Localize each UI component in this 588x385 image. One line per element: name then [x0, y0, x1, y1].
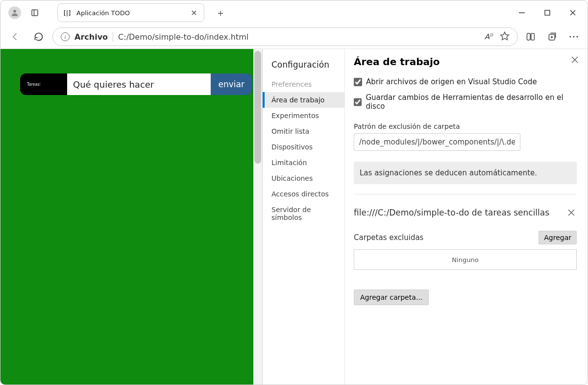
svg-point-15 — [576, 36, 578, 37]
sidebar-item-locations[interactable]: Ubicaciones — [263, 170, 344, 186]
svg-rect-1 — [32, 10, 38, 16]
sidebar-item-experiments[interactable]: Experimentos — [263, 108, 344, 123]
svg-point-0 — [13, 10, 16, 13]
sidebar-item-preferences[interactable]: Preferences — [263, 76, 344, 92]
tab-close-button[interactable]: ✕ — [189, 8, 199, 18]
todo-input[interactable] — [67, 73, 211, 95]
workspace-mapping-title: file:///C:/Demo/simple-to-do de tareas s… — [354, 208, 549, 217]
svg-rect-8 — [527, 33, 531, 40]
omnibox[interactable]: i Archivo C:/Demo/simple-to-do/index.htm… — [52, 27, 518, 46]
sidebar-item-symbol-server[interactable]: Servidor de símbolos — [263, 202, 344, 225]
page-scrollbar[interactable] — [253, 49, 262, 385]
browser-address-bar: i Archivo C:/Demo/simple-to-do/index.htm… — [0, 25, 588, 48]
more-menu-icon[interactable] — [565, 28, 583, 46]
checkbox-input-save-disk[interactable] — [354, 98, 362, 106]
checkbox-save-to-disk[interactable]: Guardar cambios de Herramientas de desar… — [354, 93, 577, 111]
workspace-heading: Área de trabajo — [354, 56, 577, 68]
omnibox-separator — [113, 32, 113, 42]
excluded-folders-empty: Ninguno — [354, 249, 577, 270]
favorite-icon[interactable] — [500, 31, 510, 43]
svg-rect-9 — [531, 33, 535, 40]
profile-avatar[interactable] — [8, 6, 21, 19]
browser-titlebar: [|] Aplicación TODO ✕ ＋ — [0, 0, 588, 25]
settings-main: Área de trabajo Abrir archivos de origen… — [345, 49, 588, 385]
tab-favicon-icon: [|] — [63, 8, 72, 17]
checkbox-label: Abrir archivos de origen en Visual Studi… — [366, 77, 537, 86]
mapping-remove-button[interactable] — [566, 207, 577, 218]
page-viewport: Tareas: enviar — [0, 49, 262, 385]
checkbox-label: Guardar cambios de Herramientas de desar… — [366, 93, 577, 111]
scrollbar-thumb[interactable] — [254, 51, 261, 164]
sidebar-item-throttling[interactable]: Limitación — [263, 155, 344, 170]
add-excluded-button[interactable]: Agregar — [539, 231, 577, 244]
new-tab-button[interactable]: ＋ — [212, 4, 229, 21]
sidebar-item-ignore-list[interactable]: Omitir lista — [263, 123, 344, 139]
collections-icon[interactable] — [543, 28, 561, 46]
devtools-panel: Configuración Preferences Área de trabaj… — [262, 49, 588, 385]
checkbox-open-in-vscode[interactable]: Abrir archivos de origen en Visual Studi… — [354, 77, 577, 86]
settings-close-button[interactable] — [569, 54, 581, 66]
todo-form: Tareas: enviar — [20, 73, 252, 95]
settings-sidebar: Configuración Preferences Área de trabaj… — [263, 49, 345, 385]
window-close-button[interactable] — [560, 3, 586, 23]
tab-actions-button[interactable] — [26, 4, 44, 22]
browser-tab[interactable]: [|] Aplicación TODO ✕ — [57, 3, 204, 22]
window-minimize-button[interactable] — [509, 3, 535, 23]
checkbox-input-open-vscode[interactable] — [354, 78, 362, 86]
todo-submit-button[interactable]: enviar — [211, 73, 252, 95]
read-aloud-icon[interactable]: A)) — [485, 32, 493, 41]
svg-point-14 — [573, 36, 574, 37]
settings-title: Configuración — [263, 54, 344, 76]
back-button[interactable] — [5, 27, 25, 47]
svg-rect-4 — [545, 10, 550, 15]
sidebar-item-workspace[interactable]: Área de trabajo — [263, 92, 344, 108]
todo-input-label: Tareas: — [20, 82, 67, 87]
omnibox-path: C:/Demo/simple-to-do/index.html — [118, 32, 248, 42]
sidebar-item-devices[interactable]: Dispositivos — [263, 139, 344, 155]
add-folder-button[interactable]: Agregar carpeta... — [354, 289, 429, 305]
auto-mapping-info: Las asignaciones se deducen automáticame… — [354, 162, 577, 184]
section-divider — [354, 194, 577, 194]
site-info-icon[interactable]: i — [61, 32, 70, 41]
window-maximize-button[interactable] — [535, 3, 560, 23]
excluded-folders-label: Carpetas excluidas — [354, 233, 423, 242]
exclude-pattern-label: Patrón de exclusión de carpeta — [354, 122, 577, 130]
sidebar-item-shortcuts[interactable]: Accesos directos — [263, 186, 344, 202]
svg-marker-7 — [501, 32, 509, 40]
omnibox-protocol-label: Archivo — [74, 32, 108, 42]
refresh-button[interactable] — [29, 27, 49, 47]
exclude-pattern-input[interactable] — [354, 133, 520, 151]
svg-point-13 — [569, 36, 571, 37]
split-screen-icon[interactable] — [522, 28, 539, 46]
tab-title: Aplicación TODO — [76, 9, 184, 17]
